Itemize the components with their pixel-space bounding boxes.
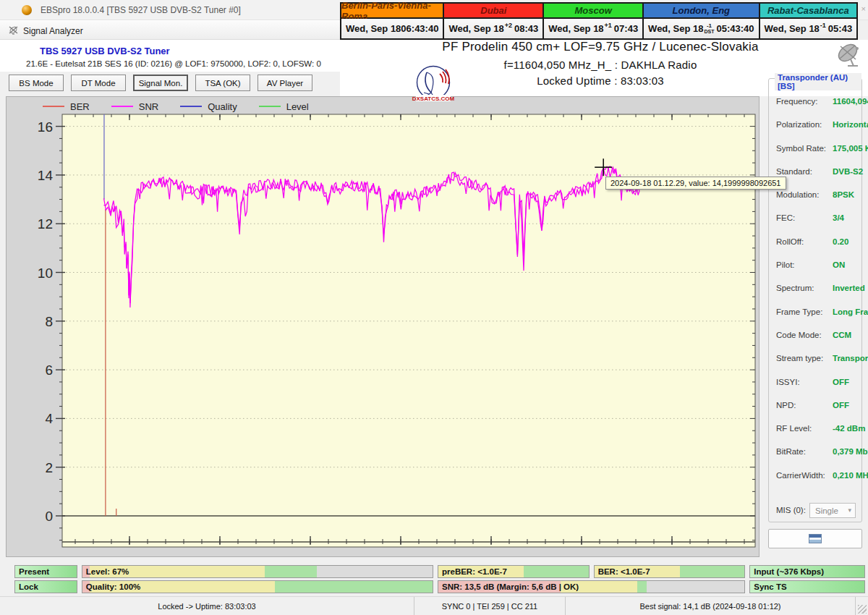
clock-city-label: Berlin-Paris-Vienna-Roma xyxy=(341,4,443,19)
clock-hms: 07:43 xyxy=(614,23,638,34)
transponder-row-value: CCM xyxy=(833,331,851,339)
clock-utc-offset: +1 xyxy=(605,22,612,29)
clock-time-cell: Wed, Sep 18-105:43 xyxy=(760,19,857,38)
status-box-sync-ts: Sync TS xyxy=(749,580,865,593)
indicator-row-bottom: LockQuality: 100%SNR: 13,5 dB (Margin: 5… xyxy=(14,580,865,593)
mode-button-bs-mode[interactable]: BS Mode xyxy=(9,75,64,91)
clock-utc-offset: -1 xyxy=(820,22,826,29)
progress-bar-preber-1-0e-7: preBER: <1.0E-7 xyxy=(438,565,590,578)
transponder-row: CarrierWidth:0,210 MHz xyxy=(769,469,861,484)
clock-date: Wed, Sep 18 xyxy=(765,23,820,34)
transponder-row-value: 0,379 Mbit/s xyxy=(833,447,868,456)
indicator-label: BER: <1.0E-7 xyxy=(598,567,650,576)
transponder-row-label: Pilot: xyxy=(776,260,795,269)
statusbar-section-3: Best signal: 14,1 dB (2024-09-18 01:12) xyxy=(566,597,856,615)
window-title: EBSpro 18.0.0.4 [TBS 5927 USB DVB-S2 Tun… xyxy=(41,5,241,15)
frequency-title: f=11604,050 MHz_H_ : DAKHLA Radio xyxy=(326,59,868,71)
transponder-row-value: OFF xyxy=(833,378,849,386)
transponder-row: FEC:3/4 xyxy=(769,211,861,226)
world-clocks: Berlin-Paris-Vienna-RomaWed, Sep 1806:43… xyxy=(340,2,858,40)
transponder-row-label: Spectrum: xyxy=(776,284,814,292)
transponder-row: ISSYI:OFF xyxy=(769,376,861,391)
svg-text:10: 10 xyxy=(38,266,53,281)
progress-bar-snr-13-5-db-margin-5-6-d: SNR: 13,5 dB (Margin: 5,6 dB | OK) xyxy=(438,580,745,593)
center-header: PF Prodelin 450 cm+ LOF=9.75 GHz / Lucen… xyxy=(326,40,868,87)
status-box-lock: Lock xyxy=(14,580,77,593)
transponder-panel: Transponder (AU) [BS] Frequency:11604,09… xyxy=(768,78,862,522)
window-layout-icon xyxy=(809,534,822,543)
svg-text:0: 0 xyxy=(45,509,53,524)
clock-time-cell: Wed, Sep 18+208:43 xyxy=(444,19,542,38)
tuner-name: TBS 5927 USB DVB-S2 Tuner xyxy=(40,46,170,56)
clock-berlin-paris-vienna-roma: Berlin-Paris-Vienna-RomaWed, Sep 1806:43… xyxy=(341,4,444,38)
transponder-row-value: 0,210 MHz xyxy=(833,471,868,480)
transponder-row-value: 0.20 xyxy=(833,237,848,246)
mis-row: MIS (0): Single ▾ xyxy=(769,503,861,519)
panel-tool-button[interactable] xyxy=(768,529,862,548)
mode-buttons: BS ModeDT ModeSignal Mon.TSA (OK)AV Play… xyxy=(9,75,312,91)
signal-chart-svg[interactable]: 0246810121416 xyxy=(7,97,759,556)
clock-hms: 06:43:40 xyxy=(401,23,438,34)
indicator-label: Quality: 100% xyxy=(86,582,140,591)
transponder-row-label: Symbol Rate: xyxy=(776,144,826,153)
transponder-row-label: Stream type: xyxy=(776,354,823,362)
transponder-row-label: CarrierWidth: xyxy=(776,471,825,480)
transponder-row-value: Long Frame xyxy=(833,308,868,316)
transponder-row-label: Frame Type: xyxy=(776,308,822,316)
progress-bar-quality-100-: Quality: 100% xyxy=(82,580,433,593)
mode-button-dt-mode[interactable]: DT Mode xyxy=(71,75,126,91)
indicator-label: Present xyxy=(19,567,49,576)
transponder-row: Code Mode:CCM xyxy=(769,328,861,344)
indicator-label: SNR: 13,5 dB (Margin: 5,6 dB | OK) xyxy=(442,582,579,591)
progress-segment-green xyxy=(265,566,318,577)
mis-dropdown[interactable]: Single ▾ xyxy=(809,503,856,518)
clock-time-cell: Wed, Sep 18-1DST05:43:40 xyxy=(644,19,758,38)
transponder-row-label: Modulation: xyxy=(776,190,819,199)
mis-label: MIS (0): xyxy=(776,506,806,514)
toolbar-title: Signal Analyzer xyxy=(23,26,83,36)
progress-segment-green xyxy=(275,581,433,593)
signal-chart-area[interactable]: BERSNRQualityLevel 02468101214162024-09-… xyxy=(6,96,760,557)
transponder-row-value: 11604,094 MHz xyxy=(833,97,868,106)
transponder-row-value: 175,005 KS/s xyxy=(833,144,868,153)
ebspro-window: EBSpro 18.0.0.4 [TBS 5927 USB DVB-S2 Tun… xyxy=(0,0,868,615)
indicator-label: Level: 67% xyxy=(86,567,129,576)
clock-utc-offset: -1DST xyxy=(704,23,714,34)
clock-time-cell: Wed, Sep 1806:43:40 xyxy=(341,19,443,38)
svg-text:DXSATCS.COM: DXSATCS.COM xyxy=(412,96,455,102)
transponder-row-value: Transport xyxy=(833,354,868,362)
dxsatcs-logo: DXSATCS.COM xyxy=(409,65,460,103)
statusbar-section-1: Locked -> Uptime: 83:03:03 xyxy=(0,597,414,615)
transponder-row: BitRate:0,379 Mbit/s xyxy=(769,445,861,460)
transponder-row: Spectrum:Inverted xyxy=(769,281,861,297)
statusbar-section-2: SYNC 0 | TEI 259 | CC 211 xyxy=(414,597,566,615)
mode-button-av-player[interactable]: AV Player xyxy=(258,75,312,91)
transponder-row-label: FEC: xyxy=(776,213,795,222)
clock-time-cell: Wed, Sep 18+107:43 xyxy=(544,19,642,38)
clock-utc-offset: +2 xyxy=(505,22,512,29)
clock-hms: 08:43 xyxy=(514,23,538,34)
progress-segment-empty xyxy=(317,566,433,577)
close-icon[interactable]: × xyxy=(861,4,866,13)
clock-date: Wed, Sep 18 xyxy=(448,23,503,34)
transponder-row-value: 8PSK xyxy=(833,190,854,199)
clock-city-label: Rabat-Casablanca xyxy=(760,4,857,19)
transponder-row: Polarization:Horizontal xyxy=(769,118,861,133)
transponder-row: RF Level:-42 dBm xyxy=(769,422,861,437)
app-icon xyxy=(22,5,32,15)
mode-button-signal-mon-[interactable]: Signal Mon. xyxy=(133,75,188,91)
mode-button-tsa-ok-[interactable]: TSA (OK) xyxy=(195,75,250,91)
clock-rabat-casablanca: Rabat-CasablancaWed, Sep 18-105:43 xyxy=(760,4,857,38)
clock-hms: 05:43 xyxy=(828,23,852,34)
resize-grip[interactable] xyxy=(858,605,867,614)
svg-text:16: 16 xyxy=(38,119,53,135)
clock-date: Wed, Sep 18 xyxy=(346,23,401,34)
transponder-row-value: 3/4 xyxy=(833,213,844,222)
svg-text:12: 12 xyxy=(38,216,53,232)
clock-dubai: DubaiWed, Sep 18+208:43 xyxy=(444,4,544,38)
clock-city-label: London, Eng xyxy=(644,4,758,19)
clock-date: Wed, Sep 18 xyxy=(648,23,703,34)
svg-text:4: 4 xyxy=(45,411,53,426)
transponder-row-label: RF Level: xyxy=(776,424,812,433)
clock-city-label: Moscow xyxy=(544,4,642,19)
